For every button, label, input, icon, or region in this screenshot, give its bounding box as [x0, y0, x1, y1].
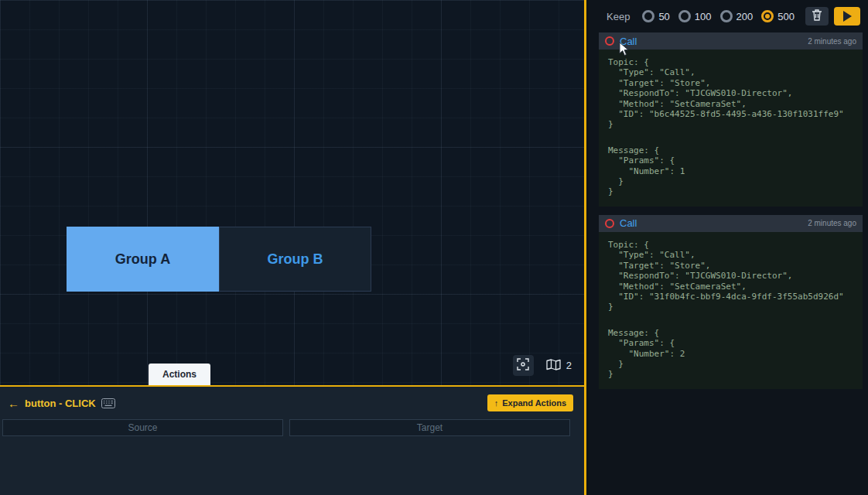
message-payload-json: Message: { "Params": { "Number": 2 } } — [608, 328, 856, 380]
keep-option-50[interactable]: 50 — [642, 10, 669, 22]
node-canvas[interactable]: Group A Group B Actions — [0, 0, 584, 387]
keep-option-label: 200 — [736, 11, 754, 22]
actions-tab-label: Actions — [162, 369, 196, 380]
fit-view-button[interactable] — [513, 355, 534, 376]
message-card-header[interactable]: Call 2 minutes ago — [599, 32, 863, 50]
map-icon — [546, 359, 561, 373]
expand-actions-label: Expand Actions — [502, 398, 566, 408]
status-dot-icon — [605, 219, 614, 228]
minimap-count: 2 — [566, 360, 572, 371]
expand-arrow-icon: ↑ — [494, 398, 499, 408]
minimap-toggle[interactable]: 2 — [546, 359, 572, 373]
action-editor-header: ← button - CLICK ↑ Expand Actions — [0, 388, 584, 418]
keep-option-label: 500 — [777, 11, 795, 22]
radio-selected-icon — [761, 10, 774, 22]
message-timestamp: 2 minutes ago — [808, 37, 856, 46]
group-button-row: Group A Group B — [67, 227, 371, 292]
actions-tab[interactable]: Actions — [149, 364, 210, 385]
group-b-button[interactable]: Group B — [219, 227, 371, 292]
message-payload-json: Message: { "Params": { "Number": 1 } } — [608, 145, 856, 197]
action-editor-panel: ← button - CLICK ↑ Expand Actions — [0, 388, 584, 495]
clear-log-button[interactable] — [805, 7, 829, 26]
keep-toolbar: Keep 50 100 200 500 — [589, 0, 868, 32]
keyboard-icon — [101, 398, 115, 408]
message-card: Call 2 minutes ago Topic: { "Type": "Cal… — [599, 32, 863, 207]
trash-icon — [812, 9, 822, 24]
target-input[interactable] — [289, 419, 570, 436]
keep-option-500[interactable]: 500 — [761, 10, 795, 22]
play-icon — [843, 11, 852, 22]
message-topic-json: Topic: { "Type": "Call", "Target": "Stor… — [608, 57, 856, 130]
keep-option-label: 50 — [658, 11, 669, 22]
group-b-label: Group B — [268, 251, 323, 268]
run-button[interactable] — [834, 7, 860, 26]
back-arrow-icon[interactable]: ← — [8, 398, 19, 409]
source-input[interactable] — [2, 419, 283, 436]
fit-view-icon — [517, 358, 529, 374]
message-type: Call — [620, 217, 637, 229]
message-card-body: Topic: { "Type": "Call", "Target": "Stor… — [599, 50, 863, 207]
keep-option-100[interactable]: 100 — [678, 10, 712, 22]
keep-option-label: 100 — [695, 11, 712, 22]
log-actions — [805, 7, 860, 26]
keep-option-200[interactable]: 200 — [720, 10, 754, 22]
canvas-toolbar: 2 — [513, 355, 572, 376]
message-card-list: Call 2 minutes ago Topic: { "Type": "Cal… — [589, 32, 868, 389]
status-dot-icon — [605, 36, 614, 46]
radio-icon — [642, 10, 654, 22]
message-card-header[interactable]: Call 2 minutes ago — [599, 215, 863, 232]
message-log-panel: Keep 50 100 200 500 — [589, 0, 868, 495]
radio-icon — [678, 10, 691, 22]
keep-label: Keep — [607, 11, 630, 22]
message-card: Call 2 minutes ago Topic: { "Type": "Cal… — [599, 215, 863, 389]
expand-actions-button[interactable]: ↑ Expand Actions — [487, 394, 573, 411]
message-card-body: Topic: { "Type": "Call", "Target": "Stor… — [599, 232, 863, 389]
group-a-label: Group A — [115, 251, 170, 268]
message-topic-json: Topic: { "Type": "Call", "Target": "Stor… — [608, 240, 856, 312]
radio-icon — [720, 10, 733, 22]
left-column: Group A Group B Actions — [0, 0, 586, 495]
message-type: Call — [620, 36, 637, 47]
action-editor-title: button - CLICK — [25, 398, 96, 409]
action-editor-fields — [0, 418, 584, 436]
message-timestamp: 2 minutes ago — [808, 219, 856, 227]
group-a-button[interactable]: Group A — [67, 227, 219, 292]
